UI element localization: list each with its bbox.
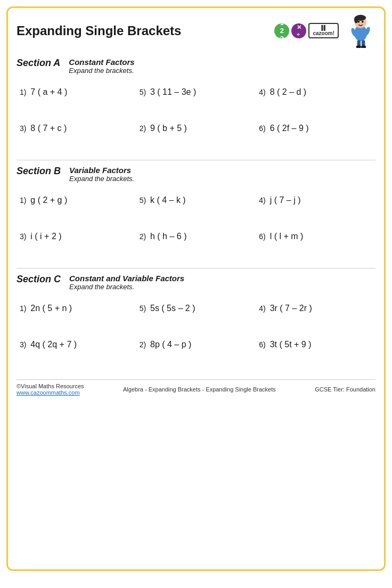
logo-icons: 123 ✕÷ ▐▌ cazoom! [274, 23, 339, 38]
question-item: 3) 4q ( 2q + 7 ) [17, 334, 136, 371]
question-item: 1) 2n ( 5 + n ) [17, 298, 136, 334]
question-item: 6) 3t ( 5t + 9 ) [256, 334, 375, 371]
section-A: Section AConstant FactorsExpand the brac… [17, 58, 375, 154]
page: Expanding Single Brackets 123 ✕÷ ▐▌ cazo… [0, 0, 392, 588]
question-number: 4) [259, 88, 267, 96]
question-item: 5) 3 ( 11 – 3e ) [136, 82, 256, 118]
question-item: 4) 8 ( 2 – d ) [256, 82, 375, 118]
question-expression: 4q ( 2q + 7 ) [30, 340, 77, 349]
cazoom-label: cazoom! [313, 30, 334, 36]
question-number: 5) [140, 88, 148, 96]
footer-center: Algebra - Expanding Brackets - Expanding… [123, 386, 276, 393]
character-illustration [346, 13, 375, 48]
question-expression: 9 ( b + 5 ) [150, 124, 187, 133]
section-subtitle-C: Expand the brackets. [69, 283, 184, 291]
question-expression: 8 ( 7 + c ) [30, 124, 67, 133]
website-link: www.cazoommaths.com [17, 389, 84, 396]
question-item: 6) 6 ( 2f – 9 ) [256, 118, 375, 154]
questions-grid-B: 1) g ( 2 + g )5) k ( 4 – k )4) j ( 7 – j… [17, 190, 375, 263]
question-item: 2) h ( h – 6 ) [136, 226, 256, 263]
question-number: 3) [20, 124, 28, 133]
question-expression: 8 ( 2 – d ) [270, 87, 306, 96]
question-number: 2) [140, 124, 148, 133]
copyright-text: ©Visual Maths Resources [17, 383, 84, 389]
question-item: 4) j ( 7 – j ) [256, 190, 375, 226]
question-number: 6) [259, 124, 267, 133]
section-C: Section CConstant and Variable FactorsEx… [17, 268, 375, 371]
section-B: Section BVariable FactorsExpand the brac… [17, 160, 375, 263]
section-label-B: Section B [17, 166, 61, 177]
question-item: 4) 3r ( 7 – 2r ) [256, 298, 375, 334]
section-title-C: Constant and Variable Factors [69, 274, 184, 283]
header: Expanding Single Brackets 123 ✕÷ ▐▌ cazo… [17, 13, 375, 48]
section-subtitle-A: Expand the brackets. [69, 67, 134, 75]
question-number: 2) [140, 340, 148, 349]
footer-right: GCSE Tier: Foundation [315, 386, 375, 393]
questions-grid-C: 1) 2n ( 5 + n )5) 5s ( 5s – 2 )4) 3r ( 7… [17, 298, 375, 371]
question-expression: 3r ( 7 – 2r ) [270, 304, 312, 313]
question-item: 3) 8 ( 7 + c ) [17, 118, 136, 154]
question-expression: 5s ( 5s – 2 ) [150, 304, 195, 313]
question-expression: g ( 2 + g ) [30, 195, 67, 205]
questions-grid-A: 1) 7 ( a + 4 )5) 3 ( 11 – 3e )4) 8 ( 2 –… [17, 82, 375, 154]
question-number: 6) [259, 340, 267, 349]
svg-point-5 [362, 21, 364, 23]
question-item: 5) 5s ( 5s – 2 ) [136, 298, 256, 334]
section-header-B: Section BVariable FactorsExpand the brac… [17, 166, 375, 183]
footer-left: ©Visual Maths Resources www.cazoommaths.… [17, 383, 84, 396]
question-expression: j ( 7 – j ) [270, 195, 301, 205]
question-expression: l ( l + m ) [270, 232, 304, 241]
question-number: 1) [20, 304, 28, 313]
question-item: 5) k ( 4 – k ) [136, 190, 256, 226]
question-number: 5) [140, 304, 148, 313]
question-expression: 3t ( 5t + 9 ) [270, 340, 312, 349]
header-right: 123 ✕÷ ▐▌ cazoom! [274, 13, 375, 48]
question-item: 1) 7 ( a + 4 ) [17, 82, 136, 118]
question-expression: k ( 4 – k ) [150, 195, 186, 205]
section-title-A: Constant Factors [69, 58, 134, 67]
cazoom-logo: ▐▌ cazoom! [308, 23, 339, 38]
question-number: 5) [140, 196, 148, 205]
question-expression: 2n ( 5 + n ) [30, 304, 72, 313]
section-label-C: Section C [17, 274, 61, 285]
sections-container: Section AConstant FactorsExpand the brac… [17, 58, 375, 371]
section-info-B: Variable FactorsExpand the brackets. [69, 166, 134, 183]
question-number: 6) [259, 232, 267, 241]
section-subtitle-B: Expand the brackets. [69, 175, 134, 183]
divider-B [17, 160, 375, 160]
question-number: 4) [259, 196, 267, 205]
question-number: 1) [20, 88, 28, 96]
section-title-B: Variable Factors [69, 166, 134, 175]
question-item: 2) 9 ( b + 5 ) [136, 118, 256, 154]
question-expression: 6 ( 2f – 9 ) [270, 124, 309, 133]
question-item: 3) i ( i + 2 ) [17, 226, 136, 263]
number-icon: 123 [274, 23, 289, 38]
section-header-C: Section CConstant and Variable FactorsEx… [17, 274, 375, 291]
question-item: 1) g ( 2 + g ) [17, 190, 136, 226]
svg-point-3 [354, 17, 358, 23]
worksheet: Expanding Single Brackets 123 ✕÷ ▐▌ cazo… [6, 6, 386, 571]
question-number: 3) [20, 232, 28, 241]
svg-point-4 [357, 21, 360, 23]
footer: ©Visual Maths Resources www.cazoommaths.… [17, 379, 375, 396]
question-expression: 7 ( a + 4 ) [30, 87, 67, 96]
question-number: 4) [259, 304, 267, 313]
question-item: 2) 8p ( 4 – p ) [136, 334, 256, 371]
question-number: 2) [140, 232, 148, 241]
divider-C [17, 268, 375, 268]
page-title: Expanding Single Brackets [17, 23, 181, 38]
section-info-A: Constant FactorsExpand the brackets. [69, 58, 134, 75]
question-expression: 8p ( 4 – p ) [150, 340, 191, 349]
section-label-A: Section A [17, 58, 60, 69]
question-item: 6) l ( l + m ) [256, 226, 375, 263]
question-number: 1) [20, 196, 28, 205]
question-number: 3) [20, 340, 28, 349]
question-expression: i ( i + 2 ) [30, 232, 61, 241]
section-info-C: Constant and Variable FactorsExpand the … [69, 274, 184, 291]
operator-icon: ✕÷ [291, 23, 306, 38]
question-expression: 3 ( 11 – 3e ) [150, 87, 196, 96]
section-header-A: Section AConstant FactorsExpand the brac… [17, 58, 375, 75]
question-expression: h ( h – 6 ) [150, 232, 186, 241]
